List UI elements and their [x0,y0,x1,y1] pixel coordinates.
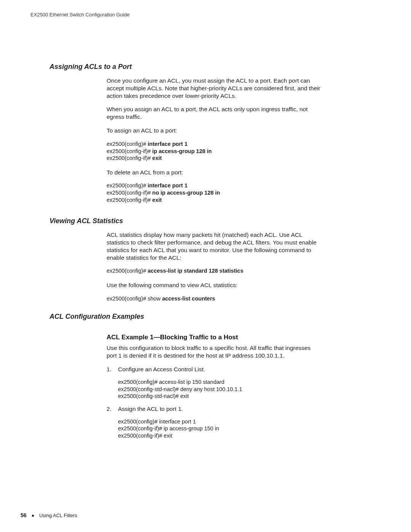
command-line: ex2500(config-if)# exit [107,197,322,204]
footer-section-title: Using ACL Filters [39,513,77,518]
command: interface port 1 [148,182,188,189]
command: ip access-group 128 in [152,148,212,154]
command: interface port 1 [159,419,196,425]
command-line: ex2500(config)# show access-list counter… [107,295,322,302]
command: exit [152,155,162,161]
command: access-list ip standard 128 statistics [148,268,243,274]
command: no ip access-group 128 in [152,190,220,196]
prompt: ex2500(config-if)# [118,433,164,439]
command-block: ex2500(config)# interface port 1 ex2500(… [118,418,322,439]
command-block: ex2500(config)# access-list ip standard … [107,267,322,275]
command: access-list counters [162,296,215,302]
step-2: 2. Assign the ACL to port 1. ex2500(conf… [107,405,322,439]
prompt: ex2500(config-if)# [107,190,152,196]
prompt: ex2500(config-std-nacl)# [118,386,180,392]
command-line: ex2500(config-if)# ip access-group 128 i… [107,148,322,155]
prompt: ex2500(config-std-nacl)# [118,393,180,399]
ordered-steps: 1. Configure an Access Control List. ex2… [107,366,322,439]
section-body-assigning: Once you configure an ACL, you must assi… [107,77,322,203]
prompt: ex2500(config-if)# [107,197,152,203]
paragraph: When you assign an ACL to a port, the AC… [107,105,322,121]
example-1: ACL Example 1—Blocking Traffic to a Host… [107,334,322,439]
command-line: ex2500(config-if)# no ip access-group 12… [107,189,322,197]
command-line: ex2500(config)# interface port 1 [107,141,322,148]
section-viewing: Viewing ACL Statistics ACL statistics di… [49,217,362,302]
paragraph: Use the following command to view ACL st… [107,281,322,289]
section-heading-examples: ACL Configuration Examples [49,313,362,321]
command: deny any host 100.10.1.1 [180,386,242,392]
prompt: ex2500(config-if)# [107,148,152,154]
command: interface port 1 [148,141,188,147]
running-header: EX2500 Ethernet Switch Configuration Gui… [30,12,129,18]
command: access-list ip 150 standard [159,379,225,385]
paragraph: To assign an ACL to a port: [107,127,322,134]
page-footer: 56 ■ Using ACL Filters [21,512,77,518]
command-line: ex2500(config-if)# exit [107,155,322,162]
command-line: ex2500(config-if)# exit [118,432,322,439]
paragraph: To delete an ACL from a port: [107,169,322,176]
command: exit [152,197,162,203]
example-1-title: ACL Example 1—Blocking Traffic to a Host [107,334,322,341]
prompt: ex2500(config)# [118,379,159,385]
ip-address: 100.10.1.1. [255,352,285,359]
step-number: 1. [107,366,112,373]
command-line: ex2500(config)# interface port 1 [107,182,322,189]
step-1-text: Configure an Access Control List. [118,366,322,373]
prompt: ex2500(config)# [107,268,148,274]
command-block: ex2500(config)# interface port 1 ex2500(… [107,141,322,162]
prompt: ex2500(config)# [118,419,159,425]
command: exit [180,393,189,399]
prompt: ex2500(config)# [107,141,148,147]
paragraph: ACL statistics display how many packets … [107,231,322,261]
section-examples: ACL Configuration Examples ACL Example 1… [49,313,362,439]
page-content: Assigning ACLs to a Port Once you config… [49,63,362,445]
prompt: ex2500(config-if)# [107,155,152,161]
command-line: ex2500(config-std-nacl)# exit [118,393,322,400]
command: exit [164,433,172,439]
command-line: ex2500(config-if)# ip access-group 150 i… [118,425,322,432]
command: ip access-group 150 in [164,425,219,431]
section-body-viewing: ACL statistics display how many packets … [107,231,322,302]
document-page: EX2500 Ethernet Switch Configuration Gui… [0,0,411,532]
footer-square-icon: ■ [32,513,34,518]
command-block: ex2500(config)# interface port 1 ex2500(… [107,182,322,203]
step-number: 2. [107,406,112,412]
command-line: ex2500(config)# interface port 1 [118,418,322,425]
paragraph: Use this configuration to block traffic … [107,344,322,359]
section-heading-assigning: Assigning ACLs to a Port [49,63,362,71]
step-1: 1. Configure an Access Control List. ex2… [107,366,322,400]
step-2-text: Assign the ACL to port 1. [118,405,322,413]
command-block: ex2500(config)# show access-list counter… [107,295,322,302]
command-block: ex2500(config)# access-list ip 150 stand… [118,379,322,400]
section-heading-viewing: Viewing ACL Statistics [49,217,362,225]
prompt: ex2500(config)# show [107,296,162,302]
command-line: ex2500(config)# access-list ip 150 stand… [118,379,322,386]
paragraph: Once you configure an ACL, you must assi… [107,77,322,99]
page-number: 56 [21,512,27,518]
prompt: ex2500(config-if)# [118,425,164,431]
prompt: ex2500(config)# [107,182,148,189]
command-line: ex2500(config-std-nacl)# deny any host 1… [118,386,322,393]
command-line: ex2500(config)# access-list ip standard … [107,267,322,275]
